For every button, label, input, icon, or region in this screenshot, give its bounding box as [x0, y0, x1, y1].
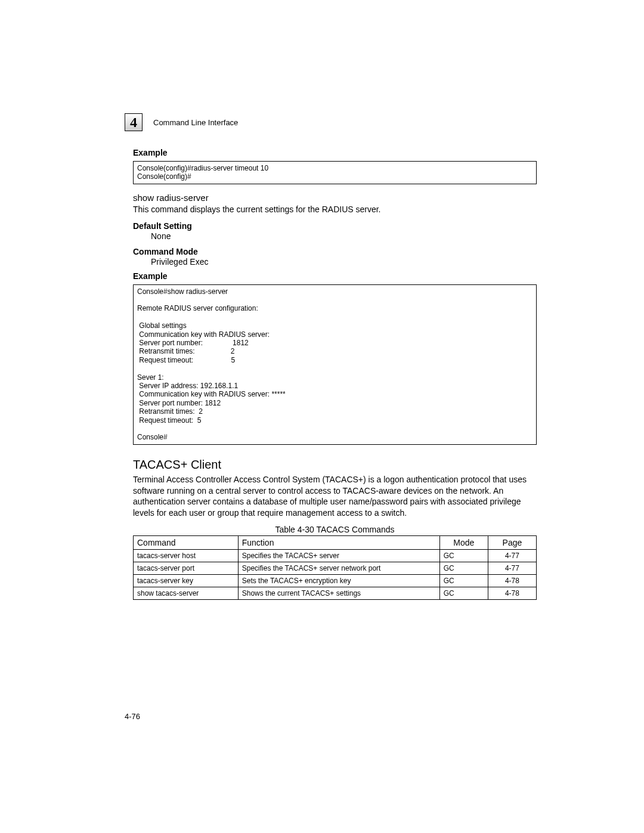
cell-function: Shows the current TACACS+ settings	[238, 587, 439, 600]
show-radius-desc: This command displays the current settin…	[133, 204, 537, 215]
chapter-title: Command Line Interface	[153, 118, 238, 127]
cell-function: Sets the TACACS+ encryption key	[238, 575, 439, 587]
code-box-1: Console(config)#radius-server timeout 10…	[133, 161, 537, 184]
page: 4 Command Line Interface Example Console…	[0, 0, 644, 833]
th-command: Command	[134, 536, 239, 550]
tacacs-heading: TACACS+ Client	[133, 458, 537, 472]
example-heading-1: Example	[133, 148, 537, 157]
table-caption: Table 4-30 TACACS Commands	[133, 525, 537, 534]
table-row: tacacs-server host Specifies the TACACS+…	[134, 550, 537, 562]
th-page: Page	[488, 536, 536, 550]
content: Example Console(config)#radius-server ti…	[125, 148, 537, 600]
default-setting-value: None	[133, 231, 537, 241]
cell-command: tacacs-server key	[134, 575, 239, 587]
tacacs-table: Command Function Mode Page tacacs-server…	[133, 535, 537, 600]
command-mode-value: Privileged Exec	[133, 257, 537, 267]
cell-page: 4-77	[488, 562, 536, 575]
command-mode-label: Command Mode	[133, 247, 537, 256]
cell-command: tacacs-server port	[134, 562, 239, 575]
cell-command: tacacs-server host	[134, 550, 239, 562]
cell-function: Specifies the TACACS+ server network por…	[238, 562, 439, 575]
th-function: Function	[238, 536, 439, 550]
cell-command: show tacacs-server	[134, 587, 239, 600]
tacacs-desc: Terminal Access Controller Access Contro…	[133, 474, 537, 519]
cell-page: 4-78	[488, 587, 536, 600]
default-setting-label: Default Setting	[133, 221, 537, 231]
page-number: 4-76	[125, 712, 140, 721]
cell-mode: GC	[439, 550, 488, 562]
cell-mode: GC	[439, 562, 488, 575]
cell-mode: GC	[439, 587, 488, 600]
code-box-2: Console#show radius-server Remote RADIUS…	[133, 284, 537, 445]
table-header-row: Command Function Mode Page	[134, 536, 537, 550]
cell-page: 4-78	[488, 575, 536, 587]
cell-mode: GC	[439, 575, 488, 587]
example-heading-2: Example	[133, 271, 537, 281]
cell-function: Specifies the TACACS+ server	[238, 550, 439, 562]
cell-page: 4-77	[488, 550, 536, 562]
chapter-number-box: 4	[125, 113, 143, 131]
table-row: tacacs-server key Sets the TACACS+ encry…	[134, 575, 537, 587]
table-row: tacacs-server port Specifies the TACACS+…	[134, 562, 537, 575]
chapter-header: 4 Command Line Interface	[125, 113, 537, 131]
show-radius-heading: show radius-server	[133, 193, 537, 203]
table-row: show tacacs-server Shows the current TAC…	[134, 587, 537, 600]
th-mode: Mode	[439, 536, 488, 550]
